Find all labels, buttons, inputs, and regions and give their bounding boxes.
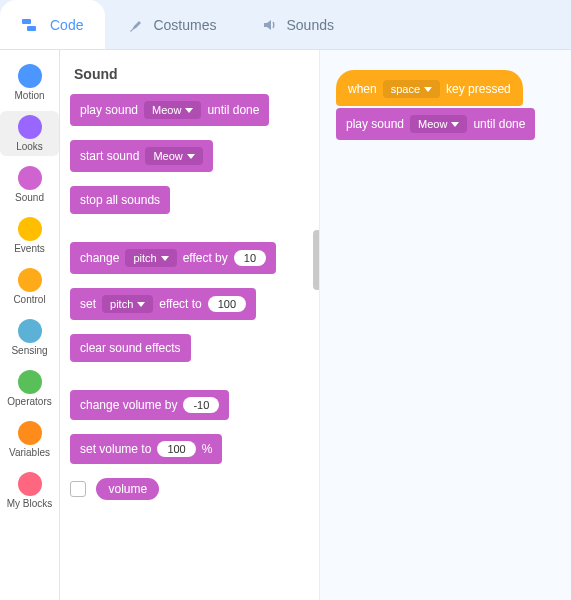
category-looks[interactable]: Looks — [0, 111, 59, 156]
block-when-key-pressed[interactable]: when space key pressed — [336, 70, 523, 106]
category-column: MotionLooksSoundEventsControlSensingOper… — [0, 50, 60, 600]
monitor-checkbox[interactable] — [70, 481, 86, 497]
category-events[interactable]: Events — [0, 213, 59, 258]
category-my-blocks[interactable]: My Blocks — [0, 468, 59, 513]
block-change-volume[interactable]: change volume by -10 — [70, 390, 229, 420]
script-workspace[interactable]: when space key pressed play sound Meow u… — [320, 50, 571, 600]
tab-costumes[interactable]: Costumes — [105, 0, 238, 49]
category-label: Operators — [7, 396, 51, 407]
block-play-sound-until-done[interactable]: play sound Meow until done — [70, 94, 269, 126]
category-dot-icon — [18, 115, 42, 139]
block-set-volume[interactable]: set volume to 100 % — [70, 434, 222, 464]
chevron-down-icon — [185, 108, 193, 113]
category-label: Sensing — [11, 345, 47, 356]
block-clear-effects[interactable]: clear sound effects — [70, 334, 191, 362]
input-number[interactable]: 10 — [234, 250, 266, 266]
tab-bar: Code Costumes Sounds — [0, 0, 571, 50]
palette-scrollbar[interactable] — [313, 230, 320, 290]
dropdown-sound[interactable]: Meow — [410, 115, 467, 133]
block-start-sound[interactable]: start sound Meow — [70, 140, 213, 172]
block-change-effect[interactable]: change pitch effect by 10 — [70, 242, 276, 274]
category-variables[interactable]: Variables — [0, 417, 59, 462]
category-control[interactable]: Control — [0, 264, 59, 309]
category-sensing[interactable]: Sensing — [0, 315, 59, 360]
input-number[interactable]: -10 — [183, 397, 219, 413]
svg-rect-0 — [22, 19, 31, 24]
dropdown-sound[interactable]: Meow — [144, 101, 201, 119]
tab-sounds[interactable]: Sounds — [239, 0, 356, 49]
category-dot-icon — [18, 472, 42, 496]
category-dot-icon — [18, 370, 42, 394]
dropdown-effect[interactable]: pitch — [102, 295, 153, 313]
code-icon — [22, 17, 42, 33]
reporter-volume[interactable]: volume — [96, 478, 159, 500]
category-sound[interactable]: Sound — [0, 162, 59, 207]
main-area: MotionLooksSoundEventsControlSensingOper… — [0, 50, 571, 600]
category-label: My Blocks — [7, 498, 53, 509]
input-number[interactable]: 100 — [157, 441, 195, 457]
script-stack[interactable]: when space key pressed play sound Meow u… — [336, 70, 535, 140]
category-dot-icon — [18, 421, 42, 445]
tab-sounds-label: Sounds — [287, 17, 334, 33]
chevron-down-icon — [161, 256, 169, 261]
dropdown-effect[interactable]: pitch — [125, 249, 176, 267]
category-label: Motion — [14, 90, 44, 101]
block-set-effect[interactable]: set pitch effect to 100 — [70, 288, 256, 320]
tab-code-label: Code — [50, 17, 83, 33]
category-label: Looks — [16, 141, 43, 152]
category-motion[interactable]: Motion — [0, 60, 59, 105]
chevron-down-icon — [187, 154, 195, 159]
category-dot-icon — [18, 268, 42, 292]
category-label: Events — [14, 243, 45, 254]
category-dot-icon — [18, 319, 42, 343]
category-label: Variables — [9, 447, 50, 458]
block-stop-all-sounds[interactable]: stop all sounds — [70, 186, 170, 214]
input-number[interactable]: 100 — [208, 296, 246, 312]
sound-icon — [261, 16, 279, 34]
palette-title: Sound — [74, 66, 309, 82]
category-dot-icon — [18, 64, 42, 88]
category-dot-icon — [18, 166, 42, 190]
block-play-sound-until-done[interactable]: play sound Meow until done — [336, 108, 535, 140]
chevron-down-icon — [137, 302, 145, 307]
chevron-down-icon — [424, 87, 432, 92]
brush-icon — [127, 16, 145, 34]
svg-rect-1 — [27, 26, 36, 31]
category-label: Sound — [15, 192, 44, 203]
tab-costumes-label: Costumes — [153, 17, 216, 33]
chevron-down-icon — [451, 122, 459, 127]
category-operators[interactable]: Operators — [0, 366, 59, 411]
tab-code[interactable]: Code — [0, 0, 105, 49]
category-dot-icon — [18, 217, 42, 241]
block-palette: Sound play sound Meow until done start s… — [60, 50, 320, 600]
dropdown-sound[interactable]: Meow — [145, 147, 202, 165]
dropdown-key[interactable]: space — [383, 80, 440, 98]
category-label: Control — [13, 294, 45, 305]
